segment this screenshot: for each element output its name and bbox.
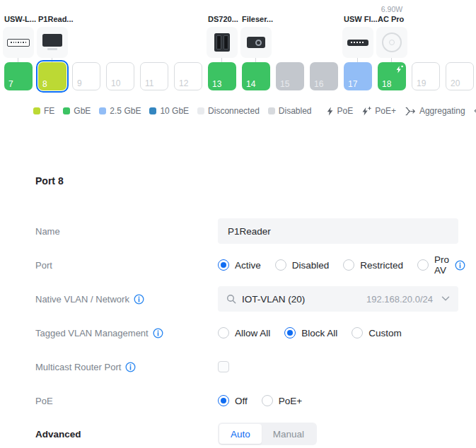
advanced-label: Advanced — [35, 429, 218, 440]
radio-option-custom[interactable]: Custom — [352, 327, 402, 338]
tagged-vlan-label: Tagged VLAN Management — [35, 328, 218, 338]
info-icon[interactable] — [455, 260, 465, 271]
radio-button[interactable] — [218, 395, 229, 406]
device-fileser[interactable]: Fileser... — [240, 15, 273, 58]
port-number: 10 — [111, 79, 120, 88]
legend-swatch — [99, 107, 106, 114]
radio-option-block-all[interactable]: Block All — [284, 327, 337, 338]
port-tile-12[interactable]: 12 — [174, 62, 202, 90]
device-tile[interactable] — [37, 27, 68, 58]
port-tile-19[interactable]: 19 — [412, 62, 440, 90]
radio-button[interactable] — [343, 259, 354, 271]
radio-option-off[interactable]: Off — [218, 395, 248, 406]
radio-button[interactable] — [262, 395, 273, 406]
legend-label: PoE+ — [375, 106, 396, 116]
device-usw-l[interactable]: USW-L... — [3, 15, 36, 58]
legend-item-2-5-gbe: 2.5 GbE — [99, 106, 141, 116]
legend-label: Disabled — [279, 106, 312, 116]
legend-item-fe: FE — [33, 106, 54, 116]
radio-option-disabled[interactable]: Disabled — [275, 259, 330, 271]
radio-label: PoE+ — [279, 396, 302, 406]
port-state-radio-group: ActiveDisabledRestrictedPro AV — [218, 254, 465, 276]
radio-button[interactable] — [417, 259, 429, 271]
port-tile-7[interactable]: 7 — [4, 62, 33, 90]
legend-item-mirror: Mirror — [474, 106, 476, 116]
device-tile[interactable] — [240, 27, 272, 58]
legend-item-aggregating: Aggregating — [405, 106, 465, 116]
port-number: 12 — [179, 79, 188, 88]
device-p1read[interactable]: P1Read... — [37, 15, 74, 58]
legend-label: PoE — [337, 106, 354, 116]
aggregating-icon — [405, 107, 416, 116]
radio-button[interactable] — [352, 327, 363, 338]
port-tile-20[interactable]: 20 — [446, 62, 474, 90]
legend-swatch — [63, 107, 70, 114]
port-tile-15[interactable]: 15 — [276, 62, 304, 90]
device-tile[interactable] — [342, 27, 373, 58]
device-ac-pro[interactable]: 6.90WAC Pro — [376, 15, 407, 58]
radio-option-poe-[interactable]: PoE+ — [262, 395, 302, 406]
radio-label: Restricted — [360, 260, 403, 271]
info-icon[interactable] — [153, 328, 163, 338]
multicast-checkbox[interactable] — [218, 361, 229, 372]
port-state-row: Port ActiveDisabledRestrictedPro AV — [35, 252, 458, 278]
device-usw-fl[interactable]: USW Fl... — [342, 15, 378, 58]
radio-option-restricted[interactable]: Restricted — [343, 259, 403, 271]
device-tile[interactable] — [207, 27, 238, 58]
radio-button[interactable] — [218, 327, 229, 338]
radio-button[interactable] — [284, 327, 296, 338]
access-point-icon — [382, 33, 402, 52]
port-number: 9 — [77, 79, 82, 88]
device-name-label: USW-L... — [3, 15, 36, 24]
radio-label: Custom — [368, 328, 402, 338]
display-icon — [42, 34, 62, 47]
port-tile-17[interactable]: 17 — [344, 62, 372, 90]
port-tile-11[interactable]: 11 — [140, 62, 168, 90]
legend-label: 10 GbE — [160, 106, 189, 116]
legend-swatch — [197, 107, 204, 114]
poe-icon — [326, 107, 334, 116]
legend-swatch — [149, 107, 156, 114]
segment-auto[interactable]: Auto — [219, 424, 262, 444]
native-vlan-select[interactable]: IOT-VLAN (20) 192.168.20.0/24 — [218, 286, 458, 312]
port-tile-10[interactable]: 10 — [106, 62, 134, 90]
device-name-label: AC Pro — [376, 15, 404, 24]
segment-manual[interactable]: Manual — [262, 424, 315, 444]
port-legend: FEGbE2.5 GbE10 GbEDisconnectedDisabledPo… — [33, 105, 476, 117]
port-tile-16[interactable]: 16 — [310, 62, 338, 90]
port-number: 19 — [417, 79, 426, 88]
radio-option-allow-all[interactable]: Allow All — [218, 327, 270, 338]
legend-swatch — [268, 107, 275, 114]
radio-option-pro-av[interactable]: Pro AV — [417, 254, 465, 276]
multicast-label: Multicast Router Port — [35, 362, 218, 372]
device-tile[interactable] — [3, 27, 34, 58]
radio-button[interactable] — [218, 259, 229, 271]
advanced-row: Advanced AutoManual — [35, 421, 458, 447]
port-tile-8[interactable]: 8 — [38, 62, 66, 90]
port-tile-18[interactable]: 18 — [378, 62, 406, 90]
radio-label: Pro AV — [434, 254, 449, 276]
port-tile-9[interactable]: 9 — [72, 62, 100, 90]
port-tile-14[interactable]: 14 — [242, 62, 270, 90]
info-icon[interactable] — [134, 294, 144, 305]
radio-option-active[interactable]: Active — [218, 259, 261, 271]
radio-label: Allow All — [235, 328, 270, 338]
legend-label: GbE — [74, 106, 91, 116]
tagged-vlan-row: Tagged VLAN Management Allow AllBlock Al… — [35, 320, 458, 346]
poe-plus-icon — [395, 64, 404, 73]
legend-label: Aggregating — [419, 106, 465, 116]
device-tile[interactable] — [376, 27, 407, 58]
device-name-label: Fileser... — [240, 15, 273, 24]
device-ds720[interactable]: DS720... — [207, 15, 238, 58]
port-number: 14 — [246, 80, 255, 88]
port-tile-13[interactable]: 13 — [208, 62, 236, 90]
radio-button[interactable] — [275, 259, 286, 271]
port-number: 18 — [382, 80, 391, 88]
info-icon[interactable] — [125, 362, 136, 372]
legend-item-disabled: Disabled — [268, 106, 312, 116]
name-row: Name — [35, 218, 458, 244]
name-input[interactable] — [218, 218, 458, 244]
port-number: 13 — [212, 80, 221, 88]
mirror-icon — [474, 107, 476, 115]
radio-label: Active — [235, 260, 261, 271]
